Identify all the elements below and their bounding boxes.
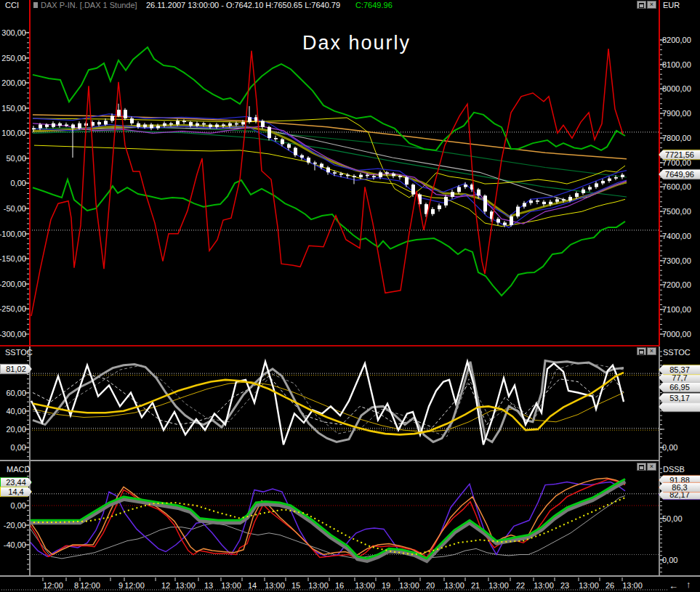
candle	[124, 110, 127, 118]
candle	[235, 123, 238, 125]
candle	[71, 124, 75, 128]
main-right-axis-label: 8100,00	[662, 60, 691, 69]
candle	[339, 174, 343, 175]
candle	[555, 199, 559, 201]
main-left-axis-label: -50,00	[4, 204, 26, 213]
candle	[451, 192, 454, 197]
sstoc-value-tag: 66,95	[659, 382, 700, 393]
main-right-axis-label: 7400,00	[662, 232, 691, 240]
macd-plot[interactable]	[29, 478, 659, 561]
scroll-up-arrow[interactable]: ↑	[686, 579, 691, 590]
candle	[464, 185, 467, 187]
candle	[346, 175, 350, 177]
main-left-axis-label: -200,00	[0, 280, 26, 288]
main-left-scale-label: CCI	[5, 1, 19, 9]
macd-right-axis-label: 50,00	[662, 514, 683, 523]
candle	[274, 138, 278, 139]
restore-icon	[639, 465, 644, 470]
sstoc-value-tag: 53,17	[659, 393, 700, 404]
candle	[438, 206, 441, 209]
title-instrument: DAX P-IN. [.DAX 1 Stunde]	[41, 1, 137, 9]
candle	[176, 121, 180, 124]
main-right-axis-label: 7300,00	[662, 256, 691, 265]
main-left-axis-label: 200,00	[1, 78, 26, 87]
candle	[385, 172, 389, 174]
candle	[137, 123, 140, 127]
candle	[575, 193, 579, 197]
candle	[320, 163, 323, 167]
main-left-axis-label: 250,00	[1, 54, 26, 62]
main-left-axis-label: 100,00	[1, 129, 26, 137]
sstoc-left-axis-label: 0,00	[11, 443, 26, 452]
main-price-tag: 7649,96	[659, 169, 700, 180]
dssb-value-tag: 86,3	[659, 482, 700, 493]
candle	[621, 175, 624, 177]
candle	[307, 158, 310, 163]
sstoc-plot[interactable]	[30, 361, 659, 445]
macd-left-axis-label: 0,00	[11, 501, 26, 510]
candle	[359, 175, 363, 177]
candle	[196, 123, 199, 126]
main-right-axis-label: 7800,00	[662, 134, 691, 142]
candle	[392, 174, 395, 176]
restore-icon	[639, 349, 644, 354]
candle	[45, 124, 49, 126]
candle	[202, 123, 206, 125]
candle	[287, 144, 291, 147]
candle	[326, 168, 330, 173]
macd-restore-button[interactable]	[637, 463, 646, 471]
candle	[65, 124, 68, 126]
title-quote: 26.11.2007 13:00:00 - O:7642.10 H:7650.6…	[146, 1, 340, 9]
macd-left-axis-label: -20,00	[4, 521, 26, 530]
candle	[261, 121, 265, 126]
candle	[156, 126, 160, 128]
main-right-axis-label: 8200,00	[662, 36, 691, 44]
candle	[582, 190, 585, 193]
macd-left-axis-label: -40,00	[4, 540, 26, 549]
candle	[248, 117, 252, 122]
macd-header-right: DSSB	[663, 465, 685, 474]
candle	[241, 122, 245, 124]
candle	[411, 185, 415, 195]
candle	[300, 155, 304, 158]
macd-close-button[interactable]: ×	[647, 463, 656, 471]
candle	[444, 197, 448, 206]
main-left-axis-label: -300,00	[0, 330, 26, 338]
candle	[163, 123, 166, 126]
chart-plot-area[interactable]	[0, 0, 700, 592]
main-right-axis-label: 7600,00	[662, 182, 691, 191]
candle	[209, 124, 212, 126]
macd-value-tag: 14,4	[0, 487, 32, 498]
macd-right-axis-label: 0,00	[662, 556, 677, 564]
scroll-left-arrow[interactable]: ←	[669, 580, 678, 591]
restore-icon	[639, 3, 644, 8]
main-plot[interactable]	[30, 47, 659, 316]
candle	[431, 209, 435, 214]
sstoc-right-axis-label: 0,00	[662, 443, 677, 452]
candle	[215, 124, 219, 126]
candle	[398, 176, 402, 177]
candle	[333, 172, 337, 174]
candle	[595, 183, 598, 187]
sstoc-header-right: SSTOC	[663, 348, 691, 357]
sstoc-close-button[interactable]: ×	[647, 347, 656, 355]
candle	[169, 123, 173, 125]
main-right-axis-label: 7500,00	[662, 207, 691, 216]
sstoc-header-left: SSTOC	[5, 348, 33, 357]
main-right-axis-label: 7900,00	[662, 109, 691, 118]
main-restore-button[interactable]	[637, 1, 646, 9]
main-left-axis-label: 50,00	[6, 154, 26, 163]
candle	[353, 176, 356, 177]
candle	[510, 216, 513, 225]
instrument-icon	[33, 2, 38, 8]
candle	[182, 121, 186, 122]
main-left-axis-label: 150,00	[1, 104, 26, 113]
candle	[379, 172, 382, 177]
sstoc-restore-button[interactable]	[637, 347, 646, 355]
sstoc-left-axis-label: 40,00	[6, 407, 26, 415]
main-left-axis-label: -250,00	[0, 304, 26, 313]
candle	[32, 129, 36, 130]
candle	[405, 177, 409, 185]
main-right-scale-label: EUR	[663, 1, 680, 9]
main-close-button[interactable]: ×	[647, 1, 656, 9]
